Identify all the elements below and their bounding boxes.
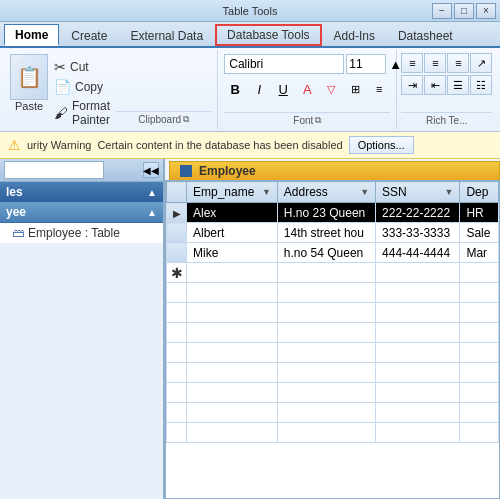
cut-label: Cut [70, 60, 89, 74]
cell-ssn[interactable]: 333-33-3333 [376, 223, 460, 243]
numbering-btn[interactable]: ☷ [470, 75, 492, 95]
cell-dep[interactable]: HR [460, 203, 499, 223]
align-center-button[interactable]: ≡ [368, 78, 390, 100]
format-painter-icon: 🖌 [54, 105, 68, 121]
options-button[interactable]: Options... [349, 136, 414, 154]
new-row-cell[interactable] [277, 263, 375, 283]
th-emp-name[interactable]: Emp_name ▼ [187, 182, 278, 203]
align-center-btn[interactable]: ≡ [424, 53, 446, 73]
tab-external-data[interactable]: External Data [119, 24, 214, 46]
left-panel-header: ◀◀ [0, 159, 163, 182]
employee-tab-icon [180, 165, 192, 177]
th-dep[interactable]: Dep [460, 182, 499, 203]
tab-create[interactable]: Create [60, 24, 118, 46]
employee-table-item[interactable]: 🗃 Employee : Table [0, 223, 163, 243]
th-row-selector [167, 182, 187, 203]
table-row[interactable]: Mikeh.no 54 Queen444-44-4444Mar [167, 243, 499, 263]
paste-button[interactable]: 📋 Paste [10, 54, 48, 112]
left-panel-employee-header[interactable]: yee ▲ [0, 202, 163, 223]
empty-row [167, 403, 499, 423]
data-table-wrapper[interactable]: Emp_name ▼ Address ▼ SSN [165, 180, 500, 499]
cell-ssn[interactable]: 222-22-2222 [376, 203, 460, 223]
copy-icon: 📄 [54, 79, 71, 95]
copy-button[interactable]: 📄 Copy [52, 78, 112, 96]
clipboard-expander-icon[interactable]: ⧉ [183, 114, 189, 125]
cut-button[interactable]: ✂ Cut [52, 58, 112, 76]
indent-btn[interactable]: ⇥ [401, 75, 423, 95]
employee-tab[interactable]: Employee [169, 161, 500, 180]
new-row[interactable]: ✱ [167, 263, 499, 283]
highlight-color-button[interactable]: ▽ [320, 78, 342, 100]
left-panel-objects-header[interactable]: les ▲ [0, 182, 163, 202]
emp-name-sort-icon: ▼ [262, 187, 271, 197]
clipboard-group-label: Clipboard [138, 114, 181, 125]
new-row-marker-icon: ✱ [171, 265, 183, 281]
tab-add-ins[interactable]: Add-Ins [323, 24, 386, 46]
new-row-cell[interactable] [376, 263, 460, 283]
security-message: Certain content in the database has been… [97, 139, 342, 151]
empty-row [167, 323, 499, 343]
cell-dep[interactable]: Sale [460, 223, 499, 243]
tab-database-tools[interactable]: Database Tools [215, 24, 322, 46]
clipboard-group-footer: Clipboard ⧉ [116, 111, 211, 125]
bold-button[interactable]: B [224, 78, 246, 100]
borders-button[interactable]: ⊞ [344, 78, 366, 100]
close-button[interactable]: × [476, 3, 496, 19]
cell-ssn[interactable]: 444-44-4444 [376, 243, 460, 263]
empty-row [167, 343, 499, 363]
empty-row [167, 363, 499, 383]
maximize-button[interactable]: □ [454, 3, 474, 19]
align-row2: ⇥ ⇤ ☰ ☷ [401, 75, 492, 95]
format-painter-button[interactable]: 🖌 Format Painter [52, 98, 112, 128]
ssn-sort-icon: ▼ [445, 187, 454, 197]
align-row1: ≡ ≡ ≡ ↗ [401, 53, 492, 73]
th-address-label: Address [284, 185, 328, 199]
font-expander-icon[interactable]: ⧉ [315, 115, 321, 126]
security-warning: ⚠ urity Warning Certain content in the d… [0, 132, 500, 159]
tab-home[interactable]: Home [4, 24, 59, 46]
left-panel-search[interactable] [4, 161, 104, 179]
new-row-cell[interactable] [187, 263, 278, 283]
clipboard-right: ✂ Cut 📄 Copy 🖌 Format Painter [52, 54, 112, 128]
employee-tab-label: Employee [199, 164, 256, 178]
cell-emp_name[interactable]: Alex [187, 203, 278, 223]
row-selected-arrow-icon: ▶ [173, 208, 181, 219]
cell-address[interactable]: h.no 54 Queen [277, 243, 375, 263]
new-row-cell[interactable] [460, 263, 499, 283]
main-area: ◀◀ les ▲ yee ▲ 🗃 Employee : Table Employ… [0, 159, 500, 499]
table-row[interactable]: ▶AlexH.no 23 Queen222-22-2222HR [167, 203, 499, 223]
panel-collapse-button[interactable]: ◀◀ [143, 162, 159, 178]
minimize-button[interactable]: − [432, 3, 452, 19]
expand-btn[interactable]: ↗ [470, 53, 492, 73]
rich-text-group: ≡ ≡ ≡ ↗ ⇥ ⇤ ☰ ☷ Rich Te... [397, 50, 496, 129]
empty-row [167, 303, 499, 323]
th-ssn[interactable]: SSN ▼ [376, 182, 460, 203]
font-family-input[interactable] [224, 54, 344, 74]
table-area: Employee Emp_name ▼ [165, 159, 500, 499]
employee-table: Emp_name ▼ Address ▼ SSN [166, 181, 499, 443]
font-group: ▲ ▼ B I U A ▽ ⊞ ≡ Font ⧉ [218, 50, 397, 129]
empty-row [167, 383, 499, 403]
font-row1: ▲ ▼ [224, 53, 390, 75]
font-size-input[interactable] [346, 54, 386, 74]
italic-button[interactable]: I [248, 78, 270, 100]
table-row[interactable]: Albert14th street hou333-33-3333Sale [167, 223, 499, 243]
list-btn[interactable]: ☰ [447, 75, 469, 95]
underline-button[interactable]: U [272, 78, 294, 100]
align-right-button[interactable]: ≡ [447, 53, 469, 73]
th-address[interactable]: Address ▼ [277, 182, 375, 203]
outdent-btn[interactable]: ⇤ [424, 75, 446, 95]
cell-address[interactable]: 14th street hou [277, 223, 375, 243]
cell-dep[interactable]: Mar [460, 243, 499, 263]
th-emp-name-label: Emp_name [193, 185, 254, 199]
cell-address[interactable]: H.no 23 Queen [277, 203, 375, 223]
cell-emp_name[interactable]: Mike [187, 243, 278, 263]
left-panel-expand-icon: ▲ [147, 187, 157, 198]
table-icon: 🗃 [12, 226, 24, 240]
align-left-button[interactable]: ≡ [401, 53, 423, 73]
tab-datasheet[interactable]: Datasheet [387, 24, 464, 46]
title-bar-text: Table Tools [223, 5, 278, 17]
table-header-row: Emp_name ▼ Address ▼ SSN [167, 182, 499, 203]
font-color-button[interactable]: A [296, 78, 318, 100]
cell-emp_name[interactable]: Albert [187, 223, 278, 243]
